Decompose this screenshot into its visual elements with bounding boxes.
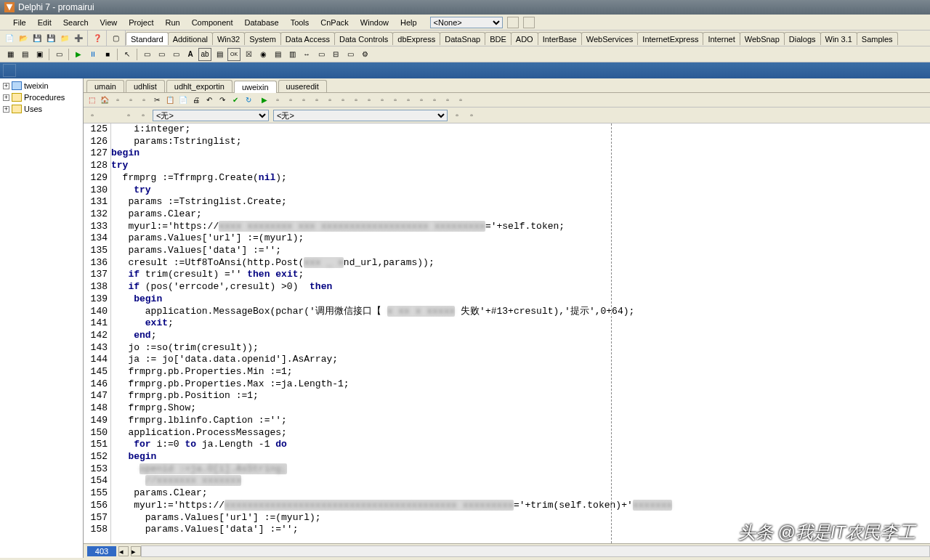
help-btn[interactable]: ❓ <box>91 32 103 44</box>
view-form-btn[interactable]: ▤ <box>18 48 31 61</box>
palette-tab-datasnap[interactable]: DataSnap <box>440 32 485 45</box>
tree-item-procedures[interactable]: +Procedures <box>1 92 81 103</box>
et-home-icon[interactable]: 🏠 <box>99 94 110 106</box>
et-check-icon[interactable]: ✔ <box>230 94 241 106</box>
palette-tab-standard[interactable]: Standard <box>126 32 169 45</box>
pointer-btn[interactable]: ▢ <box>110 32 122 44</box>
palette-tab-interbase[interactable]: InterBase <box>538 32 582 45</box>
et-btn5[interactable]: ▫ <box>138 94 150 106</box>
tree-item-tweixin[interactable]: +tweixin <box>1 80 81 92</box>
comp-radiog-icon[interactable]: ⊟ <box>329 48 342 61</box>
cursor-icon[interactable]: ↖ <box>121 48 134 61</box>
comp2-icon[interactable]: ▭ <box>155 48 168 61</box>
code-area[interactable]: i:integer; params:Tstringlist; begin try… <box>111 123 930 543</box>
method-combo[interactable]: <无> <box>273 110 448 121</box>
comp-scroll-icon[interactable]: ↔ <box>300 48 313 61</box>
et-btn19[interactable]: ▫ <box>324 94 336 106</box>
expand-icon[interactable]: + <box>3 83 9 89</box>
palette-tab-data-access[interactable]: Data Access <box>280 32 335 45</box>
et-btn29[interactable]: ▫ <box>455 94 466 106</box>
comp-action-icon[interactable]: ⚙ <box>358 48 371 61</box>
menu-component[interactable]: Component <box>186 17 239 28</box>
menu-btn-2[interactable] <box>523 17 535 28</box>
scroll-left-btn[interactable]: ◂ <box>118 546 129 556</box>
file-tab-uuseredit[interactable]: uuseredit <box>278 80 327 92</box>
et-btn1[interactable]: ⬚ <box>86 94 97 106</box>
palette-tab-system[interactable]: System <box>244 32 281 45</box>
palette-tab-internetexpress[interactable]: InternetExpress <box>637 32 703 45</box>
palette-tab-win32[interactable]: Win32 <box>212 32 245 45</box>
nav-icon2[interactable]: ▫ <box>122 110 135 121</box>
palette-tab-additional[interactable]: Additional <box>168 32 213 45</box>
new-form-btn[interactable]: ▭ <box>52 48 65 61</box>
run-btn[interactable]: ▶ <box>72 48 85 61</box>
project-combo[interactable]: <None> <box>430 17 503 28</box>
comp-list-icon[interactable]: ▤ <box>271 48 284 61</box>
et-copy-icon[interactable]: 📋 <box>164 94 176 106</box>
menu-view[interactable]: View <box>94 17 124 28</box>
et-redo-icon[interactable]: ↷ <box>217 94 228 106</box>
et-btn21[interactable]: ▫ <box>350 94 362 106</box>
toggle-btn[interactable]: ▣ <box>33 48 46 61</box>
palette-tab-dbexpress[interactable]: dbExpress <box>392 32 440 45</box>
menu-window[interactable]: Window <box>355 17 395 28</box>
et-cut-icon[interactable]: ✂ <box>151 94 163 106</box>
et-btn28[interactable]: ▫ <box>442 94 453 106</box>
et-btn27[interactable]: ▫ <box>429 94 440 106</box>
saveall-btn[interactable]: 💾 <box>44 32 57 44</box>
palette-tab-data-controls[interactable]: Data Controls <box>334 32 393 45</box>
nav-icon4[interactable]: ▫ <box>450 110 464 121</box>
et-run-icon[interactable]: ▶ <box>259 94 270 106</box>
scroll-right-btn[interactable]: ▸ <box>131 546 141 556</box>
comp-a-icon[interactable]: A <box>184 48 197 61</box>
class-combo[interactable]: <无> <box>153 110 269 121</box>
nav-icon3[interactable]: ▫ <box>137 110 150 121</box>
expand-icon[interactable]: + <box>3 94 9 101</box>
palette-tab-samples[interactable]: Samples <box>857 32 898 45</box>
palette-tab-webservices[interactable]: WebServices <box>581 32 639 45</box>
menu-edit[interactable]: Edit <box>32 17 57 28</box>
save-btn[interactable]: 💾 <box>31 32 43 44</box>
menu-help[interactable]: Help <box>395 17 423 28</box>
et-btn17[interactable]: ▫ <box>298 94 310 106</box>
open-btn[interactable]: 📂 <box>17 32 29 44</box>
et-btn25[interactable]: ▫ <box>403 94 414 106</box>
addfile-btn[interactable]: ➕ <box>72 32 84 44</box>
et-print-icon[interactable]: 🖨 <box>190 94 202 106</box>
et-paste-icon[interactable]: 📄 <box>177 94 189 106</box>
et-btn23[interactable]: ▫ <box>376 94 388 106</box>
menu-database[interactable]: Database <box>239 17 285 28</box>
comp3-icon[interactable]: ▭ <box>169 48 182 61</box>
file-tab-udhlt_exportin[interactable]: udhlt_exportin <box>166 80 232 92</box>
pause-btn[interactable]: ⏸ <box>86 48 100 61</box>
comp-group-icon[interactable]: ▭ <box>315 48 328 61</box>
comp-radio-icon[interactable]: ◉ <box>256 48 270 61</box>
menu-tools[interactable]: Tools <box>285 17 315 28</box>
comp-check-icon[interactable]: ☒ <box>242 48 255 61</box>
comp1-icon[interactable]: ▭ <box>140 48 153 61</box>
expand-icon[interactable]: + <box>3 106 9 113</box>
menu-project[interactable]: Project <box>123 17 159 28</box>
et-refresh-icon[interactable]: ↻ <box>243 94 254 106</box>
code-editor[interactable]: 125 126 127 128 129 130 131 132 133 134 … <box>84 123 930 543</box>
palette-tab-dialogs[interactable]: Dialogs <box>784 32 821 45</box>
comp-combo-icon[interactable]: ▥ <box>286 48 299 61</box>
stop-btn[interactable]: ■ <box>101 48 114 61</box>
et-btn3[interactable]: ▫ <box>112 94 124 106</box>
palette-tab-ado[interactable]: ADO <box>511 32 538 45</box>
file-tab-umain[interactable]: umain <box>86 80 124 92</box>
palette-tab-websnap[interactable]: WebSnap <box>740 32 785 45</box>
comp-memo-icon[interactable]: ▤ <box>213 48 226 61</box>
menu-run[interactable]: Run <box>159 17 185 28</box>
palette-tab-internet[interactable]: Internet <box>703 32 740 45</box>
openproj-btn[interactable]: 📁 <box>58 32 70 44</box>
nav-icon1[interactable]: ▫ <box>86 110 99 121</box>
nav-icon5[interactable]: ▫ <box>465 110 478 121</box>
file-tab-uweixin[interactable]: uweixin <box>234 81 277 93</box>
comp-ok-icon[interactable]: OK <box>227 48 240 61</box>
tree-item-uses[interactable]: +Uses <box>1 103 81 115</box>
menu-file[interactable]: File <box>7 17 32 28</box>
menu-btn-1[interactable] <box>507 17 519 28</box>
h-scrollbar[interactable] <box>141 545 930 557</box>
file-tab-udhlist[interactable]: udhlist <box>126 80 165 92</box>
